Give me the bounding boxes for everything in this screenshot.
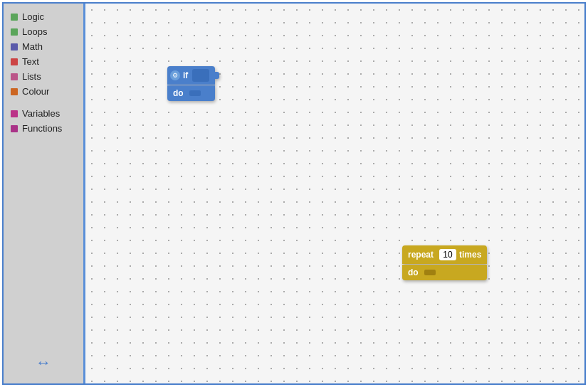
colour-dot bbox=[11, 88, 18, 95]
sidebar-label-logic: Logic bbox=[22, 11, 44, 22]
sidebar-label-lists: Lists bbox=[22, 71, 41, 82]
repeat-block-top: repeat 10 times bbox=[402, 245, 487, 264]
if-block[interactable]: ⚙ if do bbox=[167, 66, 215, 101]
if-label: if bbox=[183, 70, 188, 80]
math-dot bbox=[11, 43, 18, 51]
gear-icon[interactable]: ⚙ bbox=[170, 70, 180, 80]
repeat-number-input[interactable]: 10 bbox=[439, 249, 456, 260]
loops-dot bbox=[11, 28, 18, 36]
sidebar-item-colour[interactable]: Colour bbox=[4, 84, 83, 99]
sidebar-label-loops: Loops bbox=[22, 26, 47, 37]
sidebar-item-lists[interactable]: Lists bbox=[4, 69, 83, 84]
if-block-top: ⚙ if bbox=[167, 66, 215, 85]
functions-dot bbox=[11, 125, 18, 132]
repeat-block-bottom: do bbox=[402, 265, 487, 280]
if-block-bottom: do bbox=[167, 85, 215, 101]
repeat-label: repeat bbox=[408, 250, 434, 260]
repeat-block[interactable]: repeat 10 times do bbox=[402, 245, 487, 280]
do-notch bbox=[189, 90, 201, 96]
if-condition-slot bbox=[192, 69, 209, 82]
sidebar-label-variables: Variables bbox=[22, 108, 60, 119]
if-puzzle-right bbox=[215, 72, 219, 79]
sidebar-item-loops[interactable]: Loops bbox=[4, 24, 83, 39]
sidebar-item-text[interactable]: Text bbox=[4, 54, 83, 69]
sidebar-item-variables[interactable]: Variables bbox=[4, 106, 83, 121]
sidebar-separator bbox=[4, 99, 83, 106]
sidebar-label-functions: Functions bbox=[22, 123, 62, 134]
sidebar-item-logic[interactable]: Logic bbox=[4, 9, 83, 24]
repeat-do-notch bbox=[424, 270, 436, 275]
do-label: do bbox=[173, 88, 184, 98]
times-label: times bbox=[459, 250, 481, 260]
resize-arrow[interactable]: ↔ bbox=[36, 354, 51, 372]
main-container: Logic Loops Math Text Lists Colour Varia… bbox=[2, 2, 586, 385]
sidebar-label-colour: Colour bbox=[22, 86, 49, 97]
sidebar: Logic Loops Math Text Lists Colour Varia… bbox=[4, 4, 85, 383]
repeat-block-container[interactable]: repeat 10 times do bbox=[402, 245, 487, 280]
sidebar-item-functions[interactable]: Functions bbox=[4, 121, 83, 136]
text-dot bbox=[11, 58, 18, 65]
sidebar-item-math[interactable]: Math bbox=[4, 39, 83, 54]
block-canvas[interactable]: ⚙ if do repeat 10 bbox=[85, 4, 584, 383]
if-block-container[interactable]: ⚙ if do bbox=[167, 66, 215, 101]
sidebar-label-text: Text bbox=[22, 56, 39, 67]
repeat-do-label: do bbox=[408, 267, 419, 277]
lists-dot bbox=[11, 73, 18, 80]
logic-dot bbox=[11, 14, 18, 21]
variables-dot bbox=[11, 110, 18, 117]
sidebar-label-math: Math bbox=[22, 41, 43, 52]
